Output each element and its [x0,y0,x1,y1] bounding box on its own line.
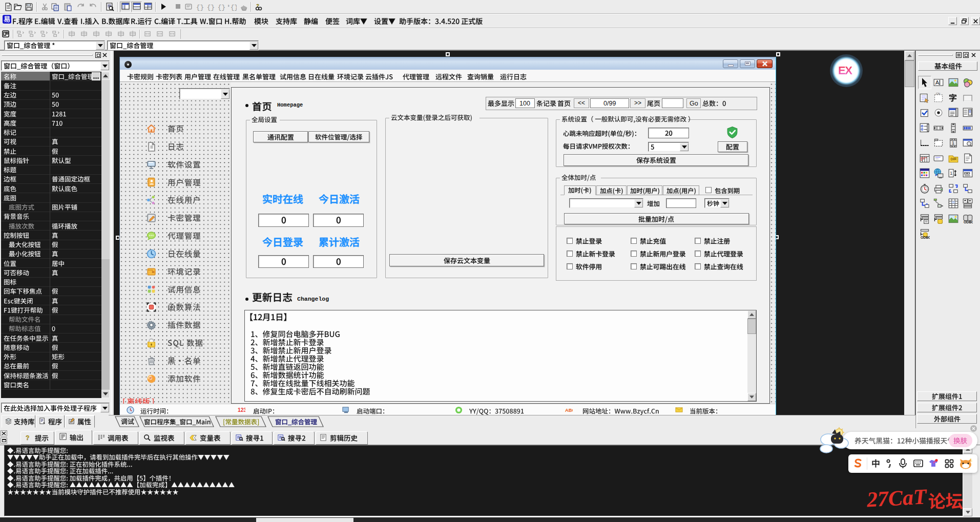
svg-text:DIR: DIR [950,157,956,161]
svg-text:CN: CN [936,93,940,95]
svg-text:{}: {} [196,4,204,11]
svg-text:1: 1 [952,140,954,145]
svg-text:123: 123 [238,407,245,413]
svg-text:?: ? [26,434,29,442]
svg-text:A: A [935,79,940,86]
svg-text:*{}: *{} [228,4,237,11]
svg-text:{}: {} [207,4,215,11]
svg-text:{}: {} [218,4,225,11]
svg-text:ABC: ABC [565,408,573,413]
svg-text:P: P [150,375,152,380]
svg-text:ODBC: ODBC [921,236,930,239]
svg-text:ODBC: ODBC [964,220,973,224]
svg-text:1: 1 [950,171,952,176]
